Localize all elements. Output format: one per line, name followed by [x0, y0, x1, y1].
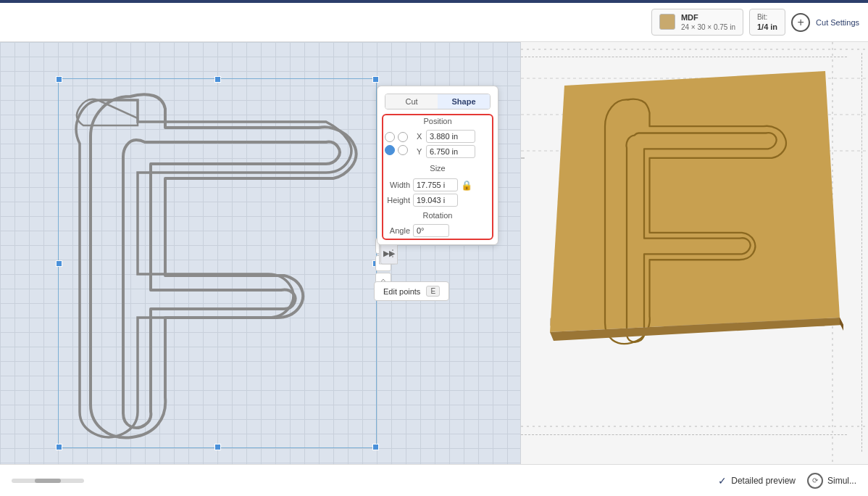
bit-value: 1/4 in: [757, 22, 777, 32]
detailed-preview-button[interactable]: ✓ Detailed preview: [718, 475, 796, 487]
material-dims: 24 × 30 × 0.75 in: [681, 22, 735, 32]
handle-bottom-left[interactable]: [56, 444, 62, 450]
simulate-button[interactable]: ⟳ Simul...: [807, 473, 856, 489]
width-row: Width 🔒: [385, 178, 491, 191]
height-row: Height: [385, 194, 491, 207]
svg-marker-12: [840, 318, 843, 331]
bit-label: Bit:: [757, 12, 777, 22]
panel-tabs: Cut Shape: [385, 94, 491, 109]
y-label: Y: [417, 147, 424, 156]
tab-shape[interactable]: Shape: [438, 94, 490, 109]
letter-f-container[interactable]: [58, 78, 377, 448]
edit-points-shortcut: E: [426, 286, 440, 297]
material-name: MDF: [681, 12, 735, 22]
dashed-guide-bottom: [521, 434, 847, 435]
dashed-guide-top: [521, 57, 847, 57]
lock-icon[interactable]: 🔒: [461, 180, 472, 191]
material-chip[interactable]: MDF 24 × 30 × 0.75 in: [651, 9, 743, 36]
scrollbar-thumb[interactable]: [35, 479, 61, 483]
add-button[interactable]: +: [791, 13, 810, 32]
anchor-dot-tr[interactable]: [398, 132, 408, 142]
cut-settings-button[interactable]: Cut Settings: [816, 18, 859, 27]
handle-mid-left[interactable]: [56, 260, 62, 267]
bottom-right-controls: ✓ Detailed preview ⟳ Simul...: [718, 473, 856, 489]
x-row: X: [417, 130, 491, 143]
svg-marker-10: [550, 71, 840, 332]
three-dots-menu[interactable]: ⋮: [387, 245, 398, 261]
header: MDF 24 × 30 × 0.75 in Bit: 1/4 in + Cut …: [0, 3, 868, 42]
bottom-bar: ✓ Detailed preview ⟳ Simul...: [0, 464, 868, 496]
angle-row: Angle: [385, 224, 491, 237]
preview-3d-panel: [520, 42, 868, 464]
selection-box: [58, 78, 377, 448]
scrollbar-track: [12, 479, 84, 483]
detailed-preview-label: Detailed preview: [731, 476, 796, 486]
handle-top-right[interactable]: [372, 76, 379, 83]
y-row: Y: [417, 145, 491, 158]
height-label: Height: [385, 196, 410, 204]
position-title: Position: [385, 117, 491, 125]
height-input[interactable]: [413, 194, 458, 207]
edit-points-bar[interactable]: Edit points E: [374, 281, 449, 301]
handle-bottom-center[interactable]: [214, 444, 221, 450]
position-grid: X Y: [385, 130, 491, 158]
shape-panel: Cut Shape Position X: [377, 86, 498, 245]
edit-points-label: Edit points: [383, 287, 420, 296]
size-title: Size: [385, 164, 491, 173]
handle-bottom-right[interactable]: [372, 444, 379, 450]
scrollbar-area: [12, 479, 84, 483]
dashed-guide-right: [861, 53, 862, 452]
simulate-icon: ⟳: [807, 473, 823, 489]
canvas-area[interactable]: Cut Shape Position X: [0, 42, 520, 464]
xy-inputs: X Y: [417, 130, 491, 158]
anchor-dot-mr[interactable]: [398, 145, 408, 155]
x-label: X: [417, 132, 424, 141]
material-info: MDF 24 × 30 × 0.75 in: [681, 12, 735, 32]
rotation-title: Rotation: [385, 211, 491, 220]
width-label: Width: [385, 181, 410, 189]
y-input[interactable]: [426, 145, 475, 158]
mdf-board-3d-svg: [543, 64, 847, 412]
angle-input[interactable]: [413, 224, 449, 237]
tab-cut[interactable]: Cut: [385, 94, 438, 109]
bit-chip[interactable]: Bit: 1/4 in: [749, 9, 785, 36]
material-swatch: [659, 14, 675, 30]
anchor-dot-tl[interactable]: [385, 132, 395, 142]
x-input[interactable]: [426, 130, 475, 143]
width-input[interactable]: [413, 178, 458, 191]
main-content: Cut Shape Position X: [0, 42, 868, 464]
anchor-grid: [385, 132, 409, 157]
anchor-dot-ml[interactable]: [385, 145, 395, 155]
angle-label: Angle: [385, 226, 410, 235]
simulate-label: Simul...: [827, 476, 856, 486]
handle-top-left[interactable]: [56, 76, 62, 83]
handle-top-center[interactable]: [214, 76, 221, 83]
check-icon: ✓: [718, 475, 727, 487]
